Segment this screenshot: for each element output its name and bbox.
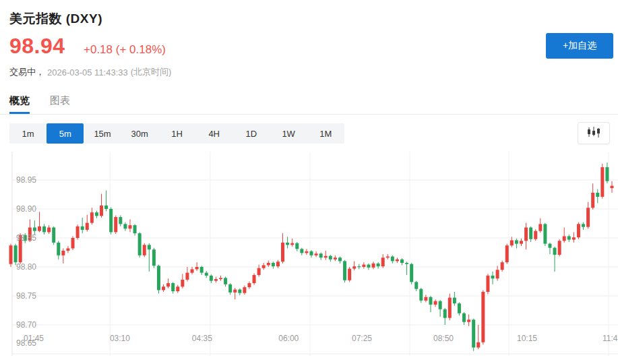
candle xyxy=(543,223,547,246)
candle xyxy=(166,278,170,289)
candle xyxy=(9,244,13,267)
candle xyxy=(501,261,504,272)
candle xyxy=(377,262,380,268)
candle xyxy=(596,189,599,204)
candle xyxy=(348,267,351,282)
interval-button-1M[interactable]: 1M xyxy=(307,123,344,144)
candle xyxy=(334,255,337,262)
candle xyxy=(290,239,294,247)
last-price: 98.94 xyxy=(9,34,65,59)
candle xyxy=(71,236,75,250)
candle xyxy=(95,211,98,218)
candle xyxy=(14,244,18,266)
candle xyxy=(462,312,466,325)
candle xyxy=(396,257,399,263)
candle xyxy=(253,273,256,284)
interval-button-1W[interactable]: 1W xyxy=(270,123,307,144)
candle xyxy=(257,265,261,277)
candle xyxy=(381,254,385,268)
candle xyxy=(61,248,65,263)
interval-button-1D[interactable]: 1D xyxy=(233,123,270,144)
candle xyxy=(119,215,122,226)
candlestick-chart-icon xyxy=(586,126,601,140)
candle xyxy=(372,262,375,269)
candle xyxy=(191,267,194,274)
candle xyxy=(443,308,447,325)
candle xyxy=(434,299,437,307)
candle xyxy=(81,218,84,233)
candle xyxy=(534,229,537,241)
candle xyxy=(572,232,576,242)
candle xyxy=(114,215,117,234)
candle xyxy=(515,239,518,249)
candle xyxy=(357,264,361,270)
interval-button-1m[interactable]: 1m xyxy=(9,123,47,144)
candle xyxy=(33,220,36,235)
candle xyxy=(529,226,532,242)
candle xyxy=(510,237,514,247)
candle xyxy=(19,233,22,264)
candle xyxy=(228,283,232,295)
candle xyxy=(57,241,60,260)
candle xyxy=(38,212,41,232)
page-title: 美元指数 (DXY) xyxy=(9,10,102,28)
candle xyxy=(439,300,442,317)
candle xyxy=(143,243,146,257)
interval-button-1H[interactable]: 1H xyxy=(158,123,195,144)
interval-button-4H[interactable]: 4H xyxy=(195,123,233,144)
candle xyxy=(128,219,131,232)
interval-button-30m[interactable]: 30m xyxy=(121,123,158,144)
candle xyxy=(453,292,456,306)
interval-toolbar: 1m5m15m30m1H4H1D1W1M xyxy=(9,123,344,144)
candle xyxy=(505,244,509,264)
interval-button-5m[interactable]: 5m xyxy=(47,123,84,144)
tab-图表[interactable]: 图表 xyxy=(50,94,70,113)
candle xyxy=(362,262,365,268)
candle xyxy=(295,242,299,251)
chart-canvas[interactable] xyxy=(0,152,618,357)
candle xyxy=(185,267,189,282)
candle xyxy=(476,325,480,349)
candle xyxy=(305,249,308,255)
timezone-note: (北京时间) xyxy=(131,66,172,78)
add-watchlist-button[interactable]: +加自选 xyxy=(546,33,613,59)
candle xyxy=(467,315,470,326)
candle xyxy=(481,290,485,344)
candle xyxy=(162,284,165,292)
tab-概览[interactable]: 概览 xyxy=(9,94,30,113)
candle xyxy=(553,247,557,272)
candle xyxy=(86,215,89,232)
candle xyxy=(224,277,227,287)
candle xyxy=(24,233,27,243)
candle xyxy=(405,262,408,275)
candle xyxy=(152,248,156,268)
candlestick-chart[interactable]: 98.9598.9098.8598.8098.7598.7098.6501:45… xyxy=(0,152,618,357)
candle xyxy=(386,254,390,260)
candle xyxy=(219,276,222,281)
candle xyxy=(524,223,528,250)
candle xyxy=(324,251,328,260)
chart-type-button[interactable] xyxy=(578,122,610,144)
candle xyxy=(448,294,452,321)
candle xyxy=(171,282,175,293)
candle xyxy=(52,226,55,245)
candle xyxy=(600,164,604,199)
candle xyxy=(338,257,342,264)
candle xyxy=(558,239,561,257)
candle xyxy=(200,266,204,275)
candle xyxy=(367,264,370,270)
candle xyxy=(520,239,523,246)
candle xyxy=(243,286,246,295)
candle xyxy=(486,274,489,294)
candle xyxy=(567,235,571,242)
candle xyxy=(414,281,418,291)
candle xyxy=(319,253,323,260)
quote-page: 美元指数 (DXY) 98.94 +0.18 (+ 0.18%) 交易中， 20… xyxy=(0,0,618,364)
candle xyxy=(300,248,303,255)
interval-button-15m[interactable]: 15m xyxy=(84,123,121,144)
tab-bar: 概览图表 xyxy=(9,94,70,113)
candle xyxy=(176,285,179,293)
candle xyxy=(28,219,32,242)
candle xyxy=(611,181,614,193)
candle xyxy=(472,319,475,351)
